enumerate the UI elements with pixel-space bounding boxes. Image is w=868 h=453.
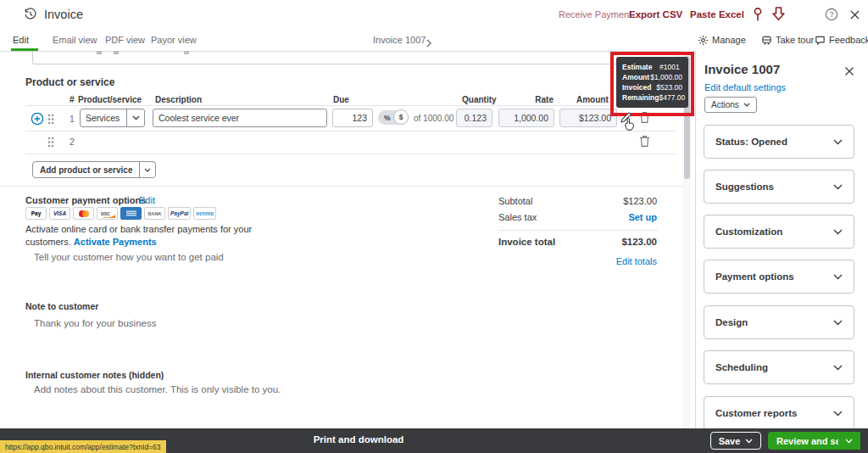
print-and-download-button[interactable]: Print and download xyxy=(303,434,414,445)
truncated-text-fragment xyxy=(97,51,102,54)
manage-button[interactable]: Manage xyxy=(712,35,746,45)
panel-customization[interactable]: Customization xyxy=(704,215,854,249)
col-description: Description xyxy=(155,95,202,104)
feedback-icon[interactable] xyxy=(815,34,826,49)
add-row-icon[interactable] xyxy=(31,112,44,129)
col-rate: Rate xyxy=(526,95,554,104)
chevron-down-icon[interactable] xyxy=(126,109,144,126)
row-divider xyxy=(25,154,676,154)
note-to-customer-field[interactable]: Thank you for your business xyxy=(34,318,156,328)
internal-notes-field[interactable]: Add notes about this customer. This is o… xyxy=(34,383,288,395)
due-of-label: of 1000.00 xyxy=(414,114,453,123)
drag-handle-icon[interactable] xyxy=(47,136,54,151)
pin-icon[interactable] xyxy=(751,7,765,26)
breadcrumb-chevron-icon[interactable] xyxy=(426,36,432,51)
sales-tax-setup-link[interactable]: Set up xyxy=(576,212,657,222)
truncated-field xyxy=(32,51,678,64)
sidebar-close-icon[interactable] xyxy=(844,64,854,80)
feedback-button[interactable]: Feedback xyxy=(829,35,868,45)
chevron-down-icon xyxy=(833,320,843,326)
subtotal-value: $123.00 xyxy=(576,196,657,206)
invoice-page: Invoice Receive Payment Export CSV Paste… xyxy=(0,0,868,453)
row1-quantity-input[interactable] xyxy=(456,109,492,127)
row-divider xyxy=(25,105,676,106)
chevron-down-icon xyxy=(833,274,843,280)
truncated-text-fragment xyxy=(114,51,119,54)
status-url: https://app.qbo.intuit.com/app/estimate?… xyxy=(0,440,166,453)
row1-product-value: Services xyxy=(81,113,126,123)
breadcrumb: Invoice 1007 xyxy=(373,35,426,45)
add-product-caret-icon[interactable] xyxy=(139,162,155,177)
discover-icon: DISC xyxy=(97,207,118,220)
col-amount: Amount xyxy=(576,95,604,104)
actions-button[interactable]: Actions xyxy=(704,97,757,113)
payment-message-field[interactable]: Tell your customer how you want to get p… xyxy=(34,252,224,262)
view-tabbar: Edit Email view PDF view Payor view Invo… xyxy=(0,30,868,52)
amex-icon xyxy=(120,207,142,220)
panel-design[interactable]: Design xyxy=(704,305,854,339)
svg-text:DISC: DISC xyxy=(101,211,111,215)
payment-badges: Pay VISA DISC BANK PayPal venmo xyxy=(25,207,219,220)
row1-due-input[interactable] xyxy=(332,109,373,127)
sales-tax-label: Sales tax xyxy=(498,212,537,222)
drag-handle-icon[interactable] xyxy=(47,113,54,128)
venmo-icon: venmo xyxy=(193,207,216,220)
row1-product-select[interactable]: Services xyxy=(80,109,145,127)
review-and-send-caret[interactable] xyxy=(838,432,859,450)
take-tour-button[interactable]: Take tour xyxy=(776,35,814,45)
settings-sidebar: Invoice 1007 Edit default settings Actio… xyxy=(695,51,868,428)
row2-delete-icon[interactable] xyxy=(639,135,650,151)
row1-description-input[interactable] xyxy=(153,109,327,127)
payment-options-edit-link[interactable]: Edit xyxy=(139,195,155,205)
panel-payment-options[interactable]: Payment options xyxy=(704,260,854,294)
activate-payments-text: Activate online card or bank transfer pa… xyxy=(25,223,280,249)
add-product-label: Add product or service xyxy=(33,165,139,175)
row2-number: 2 xyxy=(70,137,75,147)
download-arrow-icon[interactable] xyxy=(771,6,786,26)
panel-scheduling[interactable]: Scheduling xyxy=(704,350,854,384)
panel-customer-reports[interactable]: Customer reports xyxy=(704,396,854,430)
tab-email-view[interactable]: Email view xyxy=(53,35,97,45)
add-product-button[interactable]: Add product or service xyxy=(32,161,156,178)
save-button[interactable]: Save xyxy=(710,432,761,450)
tab-edit[interactable]: Edit xyxy=(13,35,29,45)
take-tour-icon[interactable] xyxy=(761,34,772,49)
percent-dollar-toggle[interactable]: % $ xyxy=(378,110,409,125)
paste-excel-button[interactable]: Paste Excel xyxy=(690,9,744,20)
row1-amount-input[interactable] xyxy=(559,109,617,127)
actions-label: Actions xyxy=(711,100,739,109)
internal-notes-label: Internal customer notes (hidden) xyxy=(25,370,164,380)
history-icon[interactable] xyxy=(24,8,37,25)
export-csv-button[interactable]: Export CSV xyxy=(629,9,682,20)
chevron-down-icon xyxy=(833,411,843,417)
activate-payments-link[interactable]: Activate Payments xyxy=(74,237,157,247)
chevron-down-icon xyxy=(833,184,843,190)
help-icon[interactable]: ? xyxy=(825,8,838,25)
gear-icon[interactable] xyxy=(698,34,709,49)
row1-rate-input[interactable] xyxy=(498,109,554,127)
panel-suggestions[interactable]: Suggestions xyxy=(704,170,854,204)
chevron-down-icon xyxy=(833,229,843,235)
receive-payment-link[interactable]: Receive Payment xyxy=(559,9,632,20)
chevron-down-icon xyxy=(833,365,843,371)
row1-number: 1 xyxy=(70,114,75,124)
dollar-option[interactable]: $ xyxy=(393,109,409,125)
panel-status[interactable]: Status: Opened xyxy=(704,125,854,159)
percent-option[interactable]: % xyxy=(384,114,391,122)
tab-pdf-view[interactable]: PDF view xyxy=(105,35,145,45)
cursor-hand-icon xyxy=(624,117,637,135)
sidebar-title: Invoice 1007 xyxy=(704,62,780,76)
tab-payor-view[interactable]: Payor view xyxy=(151,35,197,45)
note-to-customer-label: Note to customer xyxy=(25,301,98,311)
mastercard-icon xyxy=(73,207,94,220)
section-divider xyxy=(0,186,683,187)
subtotal-label: Subtotal xyxy=(498,196,532,206)
payment-options-title: Customer payment options xyxy=(25,195,146,205)
edit-totals-link[interactable]: Edit totals xyxy=(576,256,657,266)
apple-pay-icon: Pay xyxy=(25,207,47,220)
section-title-product-or-service: Product or service xyxy=(25,76,114,88)
totals-divider xyxy=(498,230,658,231)
edit-default-settings-link[interactable]: Edit default settings xyxy=(704,82,786,92)
close-icon[interactable] xyxy=(849,8,860,24)
invoice-total-value: $123.00 xyxy=(576,237,657,247)
